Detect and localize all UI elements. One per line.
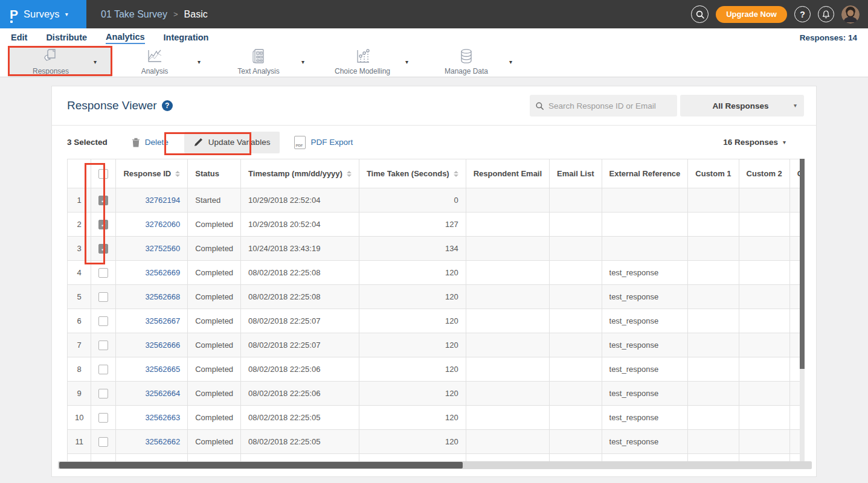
- response-id-link[interactable]: 32562666: [145, 341, 180, 350]
- row-checkbox[interactable]: ✓: [98, 220, 108, 229]
- row-checkbox[interactable]: ✓: [98, 244, 108, 254]
- notifications-bell-icon[interactable]: [818, 6, 834, 22]
- search-icon[interactable]: [691, 5, 709, 23]
- app-menu-button[interactable]: P Surveys ▾: [0, 0, 86, 28]
- user-avatar[interactable]: [841, 5, 860, 24]
- column-header[interactable]: Status: [188, 159, 241, 188]
- table-row: 3✓32752560Completed10/24/2018 23:43:1913…: [68, 237, 800, 261]
- toolbar-item-responses[interactable]: Responses ▾: [8, 46, 112, 77]
- row-number: 11: [68, 430, 91, 454]
- timestamp-cell: 08/02/2018 22:25:08: [241, 261, 359, 285]
- response-id-link[interactable]: 32752560: [145, 244, 180, 253]
- row-checkbox[interactable]: [98, 341, 108, 350]
- response-id-link[interactable]: 32762194: [145, 196, 180, 205]
- chevron-down-icon[interactable]: ▾: [198, 59, 216, 65]
- column-header[interactable]: Time Taken (Seconds): [359, 159, 466, 188]
- horizontal-scrollbar[interactable]: [58, 461, 812, 469]
- status-cell: Completed: [188, 213, 241, 237]
- upgrade-now-button[interactable]: Upgrade Now: [716, 6, 787, 23]
- response-viewer-card: Response Viewer ? All Responses ▾ 3 Sele…: [51, 86, 817, 477]
- row-checkbox[interactable]: [98, 292, 108, 302]
- custom1-cell: [688, 382, 739, 406]
- status-cell: Completed: [188, 285, 241, 309]
- response-id-cell: 32562666: [116, 333, 188, 357]
- toolbar-item-label: Choice Modelling: [335, 67, 390, 75]
- pdf-export-button[interactable]: PDF PDF Export: [294, 136, 353, 149]
- toolbar-item-text-analysis[interactable]: Text Analysis ▾: [216, 46, 320, 77]
- sort-icon[interactable]: [175, 171, 180, 177]
- update-variables-button[interactable]: Update Variables: [184, 132, 280, 153]
- custom3-cell: [789, 406, 800, 430]
- sort-icon[interactable]: [454, 171, 458, 177]
- response-id-link[interactable]: 32562663: [145, 413, 180, 422]
- toolbar-item-analysis[interactable]: Analysis ▾: [112, 46, 216, 77]
- row-checkbox-cell: [91, 382, 116, 406]
- tab-edit[interactable]: Edit: [11, 31, 27, 43]
- chevron-down-icon[interactable]: ▾: [405, 59, 423, 65]
- response-id-cell: 32562664: [116, 382, 188, 406]
- chevron-down-icon[interactable]: ▾: [509, 59, 527, 65]
- title-help-icon[interactable]: ?: [162, 100, 173, 111]
- column-header[interactable]: Email List: [550, 159, 602, 188]
- response-id-cell: 32562663: [116, 406, 188, 430]
- tab-analytics[interactable]: Analytics: [106, 31, 144, 44]
- vertical-scrollbar-thumb[interactable]: [800, 159, 805, 369]
- row-checkbox[interactable]: [98, 413, 108, 423]
- toolbar-item-choice-modelling[interactable]: Choice Modelling ▾: [320, 46, 423, 77]
- response-id-link[interactable]: 32562668: [145, 292, 180, 301]
- respondent-email-cell: [466, 188, 549, 213]
- chevron-down-icon[interactable]: ▾: [301, 59, 320, 65]
- response-filter-dropdown[interactable]: All Responses ▾: [680, 95, 804, 117]
- row-checkbox[interactable]: [98, 365, 108, 374]
- column-header[interactable]: Custom 1: [688, 159, 739, 188]
- toolbar-item-manage-data[interactable]: Manage Data ▾: [423, 46, 527, 77]
- time-taken-cell: [359, 454, 466, 462]
- search-input[interactable]: [548, 101, 671, 110]
- vertical-scrollbar[interactable]: [800, 159, 805, 461]
- column-header[interactable]: Respondent Email: [466, 159, 549, 188]
- chevron-down-icon[interactable]: ▾: [94, 59, 112, 65]
- responses-pagesize-dropdown[interactable]: 16 Responses ▾: [723, 138, 786, 147]
- time-taken-cell: 0: [359, 188, 466, 213]
- column-header[interactable]: Timestamp (mm/dd/yyyy): [241, 159, 359, 188]
- response-id-link[interactable]: 32562665: [145, 365, 180, 374]
- response-id-cell: 32562668: [116, 285, 188, 309]
- response-id-link[interactable]: 32562662: [145, 437, 180, 446]
- row-checkbox[interactable]: [98, 316, 108, 326]
- responses-count-label: Responses: 14: [800, 33, 857, 42]
- column-header[interactable]: Custom 3: [789, 159, 800, 188]
- row-checkbox[interactable]: [98, 437, 108, 447]
- status-cell: Started: [188, 188, 241, 213]
- custom2-cell: [739, 237, 789, 261]
- chevron-down-icon: ▾: [65, 11, 68, 18]
- select-all-cell: [91, 159, 116, 188]
- column-header[interactable]: Custom 2: [739, 159, 789, 188]
- time-taken-cell: 120: [359, 406, 466, 430]
- response-id-cell: 32562667: [116, 309, 188, 333]
- external-reference-cell: test_response: [602, 382, 688, 406]
- response-id-link[interactable]: 32562667: [145, 316, 180, 325]
- select-all-checkbox[interactable]: [98, 169, 108, 179]
- external-reference-cell: test_response: [602, 309, 688, 333]
- response-id-cell: 32562665: [116, 357, 188, 382]
- help-icon[interactable]: ?: [794, 6, 811, 22]
- survey-nav: Edit Distribute Analytics Integration Re…: [0, 28, 868, 46]
- sort-icon[interactable]: [347, 171, 352, 177]
- table-row: 1✓32762194Started10/29/2018 22:52:040: [68, 188, 800, 213]
- row-checkbox[interactable]: [98, 268, 108, 278]
- tab-distribute[interactable]: Distribute: [46, 31, 87, 43]
- column-header[interactable]: External Reference: [602, 159, 688, 188]
- respondent-email-cell: [466, 454, 549, 462]
- row-checkbox[interactable]: [98, 389, 108, 398]
- delete-button[interactable]: Delete: [132, 138, 169, 147]
- response-id-link[interactable]: 32762060: [145, 220, 180, 229]
- horizontal-scrollbar-thumb[interactable]: [59, 462, 463, 469]
- email-list-cell: [550, 309, 602, 333]
- response-id-link[interactable]: 32562664: [145, 389, 180, 398]
- column-header[interactable]: Response ID: [116, 159, 188, 188]
- row-checkbox[interactable]: ✓: [98, 196, 108, 205]
- breadcrumb-survey-name[interactable]: 01 Take Survey: [101, 9, 167, 20]
- tab-integration[interactable]: Integration: [164, 31, 209, 43]
- response-id-link[interactable]: 32562669: [145, 268, 180, 277]
- email-list-cell: [550, 237, 602, 261]
